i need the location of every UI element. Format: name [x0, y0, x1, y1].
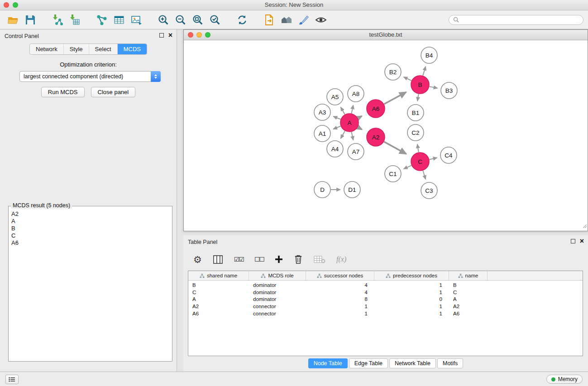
float-table-panel-icon[interactable]	[571, 239, 575, 243]
node-B[interactable]: B	[411, 76, 429, 94]
node-A1[interactable]: A1	[314, 125, 330, 142]
network-minimize-button[interactable]	[196, 32, 202, 38]
edge-A-A4[interactable]	[341, 131, 345, 138]
tab-style[interactable]: Style	[64, 44, 89, 54]
tab-mcds[interactable]: MCDS	[118, 44, 147, 54]
tab-network[interactable]: Network	[30, 44, 64, 54]
result-item[interactable]: A6	[10, 239, 170, 247]
result-item[interactable]: B	[10, 225, 170, 232]
node-C[interactable]: C	[411, 152, 429, 171]
node-A5[interactable]: A5	[327, 89, 343, 105]
search-input[interactable]	[462, 16, 579, 24]
open-report-button[interactable]	[263, 13, 276, 27]
column-header-name[interactable]: name	[449, 271, 488, 280]
open-session-button[interactable]	[6, 13, 20, 27]
edge-B-B3[interactable]	[430, 86, 438, 88]
node-A7[interactable]: A7	[348, 143, 364, 160]
node-D1[interactable]: D1	[344, 181, 360, 198]
node-B1[interactable]: B1	[407, 105, 424, 121]
edge-A2-C[interactable]	[384, 142, 406, 154]
node-C3[interactable]: C3	[421, 182, 437, 199]
node-A[interactable]: A	[340, 114, 359, 132]
column-chooser-icon[interactable]	[213, 255, 223, 264]
import-table-button[interactable]	[68, 13, 81, 27]
deselect-all-icon[interactable]: ☐☐	[254, 256, 264, 263]
node-D[interactable]: D	[314, 181, 330, 198]
zoom-out-button[interactable]	[174, 13, 187, 27]
search-field[interactable]	[449, 15, 583, 25]
edge-C-C2[interactable]	[417, 144, 419, 152]
add-column-icon[interactable]	[275, 255, 283, 263]
edge-A-A8[interactable]	[352, 105, 354, 113]
select-all-icon[interactable]: ☑☑	[234, 256, 244, 263]
node-C1[interactable]: C1	[385, 166, 401, 182]
node-C4[interactable]: C4	[440, 147, 457, 163]
save-session-button[interactable]	[24, 13, 37, 27]
result-item[interactable]: A	[10, 218, 170, 225]
node-A6[interactable]: A6	[367, 100, 385, 118]
new-network-button[interactable]	[95, 13, 109, 27]
panel-menu-button[interactable]	[5, 375, 19, 384]
column-header-shared-name[interactable]: shared name	[188, 271, 249, 280]
network-close-button[interactable]	[188, 32, 193, 38]
style-button[interactable]	[297, 13, 311, 27]
memory-button[interactable]: Memory	[546, 375, 583, 384]
delete-table-icon[interactable]	[314, 255, 325, 264]
overview-button[interactable]	[280, 13, 293, 27]
tab-select[interactable]: Select	[89, 44, 118, 54]
close-panel-button[interactable]: Close panel	[91, 87, 136, 97]
table-row[interactable]: Cdominator41C	[188, 289, 583, 296]
edge-A-A2[interactable]	[358, 127, 362, 129]
tab-network-table[interactable]: Network Table	[389, 358, 436, 368]
function-builder-icon[interactable]: f(x)	[336, 255, 346, 263]
zoom-selected-button[interactable]	[208, 13, 222, 27]
node-A4[interactable]: A4	[327, 141, 343, 157]
edge-A-A3[interactable]	[333, 116, 340, 119]
export-image-button[interactable]	[129, 13, 143, 27]
table-row[interactable]: Adominator80A	[188, 296, 583, 303]
zoom-in-button[interactable]	[157, 13, 170, 27]
edge-A6-B[interactable]	[384, 92, 406, 105]
result-item[interactable]: C	[10, 232, 170, 239]
close-window-button[interactable]	[4, 2, 9, 8]
zoom-fit-button[interactable]	[191, 13, 205, 27]
node-B3[interactable]: B3	[441, 82, 457, 99]
run-mcds-button[interactable]: Run MCDS	[41, 87, 85, 97]
network-window-titlebar[interactable]: testGlobe.txt	[184, 30, 588, 40]
node-A2[interactable]: A2	[367, 128, 385, 146]
delete-column-icon[interactable]	[294, 254, 303, 264]
edge-B-B2[interactable]	[404, 77, 411, 81]
node-B4[interactable]: B4	[421, 47, 437, 63]
edge-A-A1[interactable]	[333, 126, 340, 129]
table-row[interactable]: Bdominator41B	[188, 281, 583, 289]
column-header-predecessor-nodes[interactable]: predecessor nodes	[374, 271, 449, 280]
edge-A-A6[interactable]	[358, 116, 362, 118]
table-row[interactable]: A2connector11A2	[188, 303, 583, 310]
criterion-dropdown[interactable]: largest connected component (directed)	[19, 71, 161, 82]
float-panel-icon[interactable]	[159, 33, 164, 38]
tab-motifs[interactable]: Motifs	[437, 358, 463, 368]
refresh-button[interactable]	[235, 13, 249, 27]
node-A3[interactable]: A3	[314, 104, 330, 120]
edge-B-B1[interactable]	[417, 94, 419, 101]
edge-C-C4[interactable]	[430, 158, 437, 160]
tab-node-table[interactable]: Node Table	[308, 358, 348, 368]
table-row[interactable]: A6connector11A6	[188, 310, 583, 317]
column-header-MCDS-role[interactable]: MCDS role	[249, 271, 306, 280]
network-canvas[interactable]: B4B2BB3A5A8A6B1A3AC2A1A2A4A7CC4C1C3DD1	[184, 40, 588, 231]
new-table-button[interactable]	[112, 13, 126, 27]
import-network-button[interactable]	[51, 13, 64, 27]
edge-A-A5[interactable]	[341, 107, 345, 114]
tab-edge-table[interactable]: Edge Table	[349, 358, 388, 368]
node-B2[interactable]: B2	[385, 64, 401, 80]
column-header-successor-nodes[interactable]: successor nodes	[306, 271, 374, 280]
close-panel-icon[interactable]: ×	[168, 33, 172, 38]
result-item[interactable]: A2	[10, 210, 170, 218]
node-C2[interactable]: C2	[407, 124, 424, 141]
node-A8[interactable]: A8	[348, 86, 364, 102]
edge-B-B4[interactable]	[423, 67, 425, 76]
network-zoom-button[interactable]	[205, 32, 210, 38]
edge-A-A7[interactable]	[352, 132, 354, 140]
zoom-window-button[interactable]	[13, 2, 18, 8]
edge-C-C1[interactable]	[404, 166, 411, 169]
